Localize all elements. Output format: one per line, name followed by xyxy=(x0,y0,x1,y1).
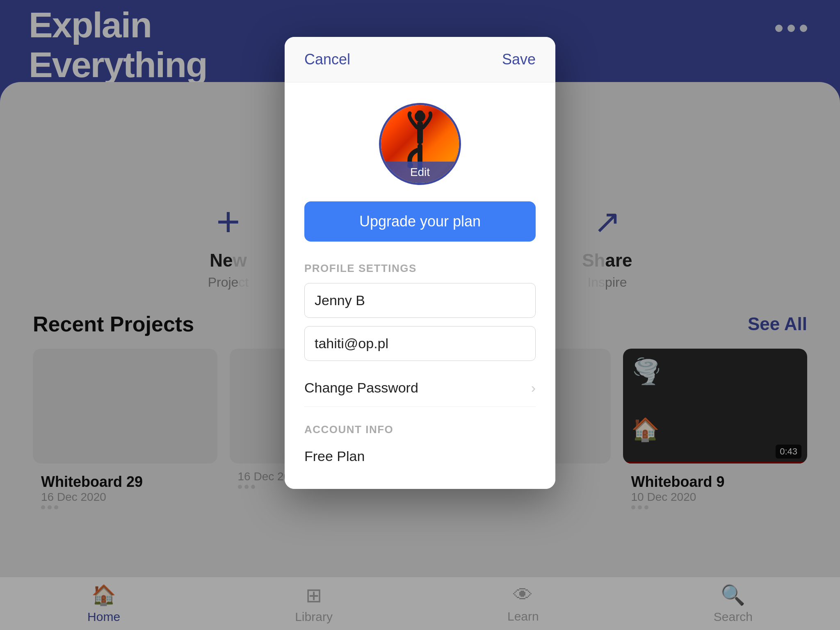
account-info-section: ACCOUNT INFO Free Plan xyxy=(304,423,536,468)
modal-body: Edit Upgrade your plan PROFILE SETTINGS … xyxy=(285,82,555,489)
name-input[interactable] xyxy=(304,283,536,318)
chevron-right-icon: › xyxy=(531,380,536,396)
profile-settings-section: PROFILE SETTINGS Change Password › xyxy=(304,262,536,407)
plan-label: Free Plan xyxy=(304,444,536,468)
modal-header: Cancel Save xyxy=(285,37,555,82)
save-button[interactable]: Save xyxy=(502,51,536,68)
avatar[interactable]: Edit xyxy=(379,103,461,185)
svg-rect-2 xyxy=(417,121,423,144)
cancel-button[interactable]: Cancel xyxy=(304,51,350,68)
svg-point-3 xyxy=(417,110,423,114)
profile-modal: Cancel Save xyxy=(285,37,555,489)
upgrade-button[interactable]: Upgrade your plan xyxy=(304,201,536,242)
profile-settings-label: PROFILE SETTINGS xyxy=(304,262,536,275)
account-info-label: ACCOUNT INFO xyxy=(304,423,536,436)
email-input[interactable] xyxy=(304,326,536,361)
avatar-edit-label[interactable]: Edit xyxy=(381,162,459,183)
avatar-section: Edit xyxy=(304,103,536,185)
modal-overlay[interactable]: Cancel Save xyxy=(0,0,840,630)
change-password-label: Change Password xyxy=(304,380,418,396)
change-password-row[interactable]: Change Password › xyxy=(304,369,536,407)
